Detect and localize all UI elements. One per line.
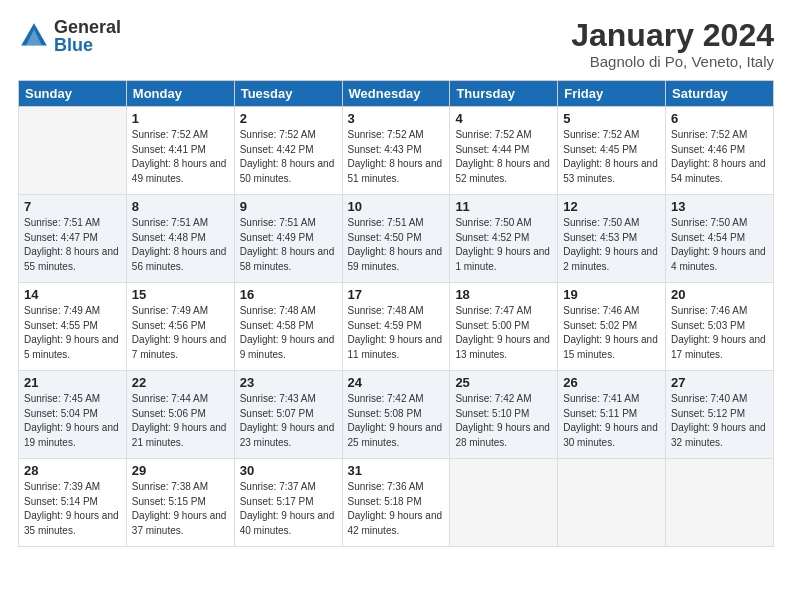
day-number: 18	[455, 287, 552, 302]
table-row: 10 Sunrise: 7:51 AMSunset: 4:50 PMDaylig…	[342, 195, 450, 283]
col-thursday: Thursday	[450, 81, 558, 107]
table-row: 2 Sunrise: 7:52 AMSunset: 4:42 PMDayligh…	[234, 107, 342, 195]
table-row: 7 Sunrise: 7:51 AMSunset: 4:47 PMDayligh…	[19, 195, 127, 283]
col-monday: Monday	[126, 81, 234, 107]
table-row: 27 Sunrise: 7:40 AMSunset: 5:12 PMDaylig…	[666, 371, 774, 459]
day-info: Sunrise: 7:52 AMSunset: 4:41 PMDaylight:…	[132, 129, 227, 184]
day-info: Sunrise: 7:50 AMSunset: 4:53 PMDaylight:…	[563, 217, 658, 272]
table-row: 14 Sunrise: 7:49 AMSunset: 4:55 PMDaylig…	[19, 283, 127, 371]
day-number: 11	[455, 199, 552, 214]
col-friday: Friday	[558, 81, 666, 107]
header: General Blue January 2024 Bagnolo di Po,…	[18, 18, 774, 70]
table-row: 17 Sunrise: 7:48 AMSunset: 4:59 PMDaylig…	[342, 283, 450, 371]
day-info: Sunrise: 7:52 AMSunset: 4:44 PMDaylight:…	[455, 129, 550, 184]
col-sunday: Sunday	[19, 81, 127, 107]
table-row: 1 Sunrise: 7:52 AMSunset: 4:41 PMDayligh…	[126, 107, 234, 195]
day-info: Sunrise: 7:50 AMSunset: 4:52 PMDaylight:…	[455, 217, 550, 272]
table-row: 15 Sunrise: 7:49 AMSunset: 4:56 PMDaylig…	[126, 283, 234, 371]
day-info: Sunrise: 7:52 AMSunset: 4:43 PMDaylight:…	[348, 129, 443, 184]
table-row: 31 Sunrise: 7:36 AMSunset: 5:18 PMDaylig…	[342, 459, 450, 547]
table-row: 8 Sunrise: 7:51 AMSunset: 4:48 PMDayligh…	[126, 195, 234, 283]
table-row: 9 Sunrise: 7:51 AMSunset: 4:49 PMDayligh…	[234, 195, 342, 283]
col-saturday: Saturday	[666, 81, 774, 107]
logo-blue: Blue	[54, 36, 121, 54]
day-info: Sunrise: 7:48 AMSunset: 4:59 PMDaylight:…	[348, 305, 443, 360]
location-title: Bagnolo di Po, Veneto, Italy	[571, 53, 774, 70]
day-number: 8	[132, 199, 229, 214]
table-row: 19 Sunrise: 7:46 AMSunset: 5:02 PMDaylig…	[558, 283, 666, 371]
day-info: Sunrise: 7:46 AMSunset: 5:02 PMDaylight:…	[563, 305, 658, 360]
table-row: 23 Sunrise: 7:43 AMSunset: 5:07 PMDaylig…	[234, 371, 342, 459]
day-number: 27	[671, 375, 768, 390]
logo-text: General Blue	[54, 18, 121, 54]
title-block: January 2024 Bagnolo di Po, Veneto, Ital…	[571, 18, 774, 70]
table-row: 22 Sunrise: 7:44 AMSunset: 5:06 PMDaylig…	[126, 371, 234, 459]
day-info: Sunrise: 7:43 AMSunset: 5:07 PMDaylight:…	[240, 393, 335, 448]
logo: General Blue	[18, 18, 121, 54]
day-info: Sunrise: 7:38 AMSunset: 5:15 PMDaylight:…	[132, 481, 227, 536]
calendar-week-row: 21 Sunrise: 7:45 AMSunset: 5:04 PMDaylig…	[19, 371, 774, 459]
day-number: 14	[24, 287, 121, 302]
day-info: Sunrise: 7:48 AMSunset: 4:58 PMDaylight:…	[240, 305, 335, 360]
table-row: 13 Sunrise: 7:50 AMSunset: 4:54 PMDaylig…	[666, 195, 774, 283]
page: General Blue January 2024 Bagnolo di Po,…	[0, 0, 792, 612]
day-info: Sunrise: 7:42 AMSunset: 5:08 PMDaylight:…	[348, 393, 443, 448]
day-info: Sunrise: 7:37 AMSunset: 5:17 PMDaylight:…	[240, 481, 335, 536]
day-number: 3	[348, 111, 445, 126]
table-row: 5 Sunrise: 7:52 AMSunset: 4:45 PMDayligh…	[558, 107, 666, 195]
day-number: 12	[563, 199, 660, 214]
table-row: 12 Sunrise: 7:50 AMSunset: 4:53 PMDaylig…	[558, 195, 666, 283]
table-row	[450, 459, 558, 547]
month-title: January 2024	[571, 18, 774, 53]
day-number: 4	[455, 111, 552, 126]
calendar-week-row: 1 Sunrise: 7:52 AMSunset: 4:41 PMDayligh…	[19, 107, 774, 195]
table-row: 29 Sunrise: 7:38 AMSunset: 5:15 PMDaylig…	[126, 459, 234, 547]
table-row: 21 Sunrise: 7:45 AMSunset: 5:04 PMDaylig…	[19, 371, 127, 459]
day-info: Sunrise: 7:49 AMSunset: 4:55 PMDaylight:…	[24, 305, 119, 360]
day-number: 5	[563, 111, 660, 126]
day-number: 13	[671, 199, 768, 214]
table-row: 20 Sunrise: 7:46 AMSunset: 5:03 PMDaylig…	[666, 283, 774, 371]
table-row: 16 Sunrise: 7:48 AMSunset: 4:58 PMDaylig…	[234, 283, 342, 371]
day-number: 26	[563, 375, 660, 390]
day-info: Sunrise: 7:49 AMSunset: 4:56 PMDaylight:…	[132, 305, 227, 360]
day-info: Sunrise: 7:50 AMSunset: 4:54 PMDaylight:…	[671, 217, 766, 272]
logo-icon	[18, 20, 50, 52]
table-row: 30 Sunrise: 7:37 AMSunset: 5:17 PMDaylig…	[234, 459, 342, 547]
table-row: 18 Sunrise: 7:47 AMSunset: 5:00 PMDaylig…	[450, 283, 558, 371]
day-number: 9	[240, 199, 337, 214]
day-number: 1	[132, 111, 229, 126]
table-row	[19, 107, 127, 195]
day-number: 29	[132, 463, 229, 478]
day-number: 31	[348, 463, 445, 478]
day-info: Sunrise: 7:40 AMSunset: 5:12 PMDaylight:…	[671, 393, 766, 448]
day-info: Sunrise: 7:36 AMSunset: 5:18 PMDaylight:…	[348, 481, 443, 536]
day-number: 20	[671, 287, 768, 302]
table-row: 4 Sunrise: 7:52 AMSunset: 4:44 PMDayligh…	[450, 107, 558, 195]
calendar-week-row: 14 Sunrise: 7:49 AMSunset: 4:55 PMDaylig…	[19, 283, 774, 371]
day-info: Sunrise: 7:52 AMSunset: 4:42 PMDaylight:…	[240, 129, 335, 184]
table-row: 6 Sunrise: 7:52 AMSunset: 4:46 PMDayligh…	[666, 107, 774, 195]
calendar-header-row: Sunday Monday Tuesday Wednesday Thursday…	[19, 81, 774, 107]
day-number: 15	[132, 287, 229, 302]
table-row: 26 Sunrise: 7:41 AMSunset: 5:11 PMDaylig…	[558, 371, 666, 459]
calendar-table: Sunday Monday Tuesday Wednesday Thursday…	[18, 80, 774, 547]
day-number: 6	[671, 111, 768, 126]
day-number: 24	[348, 375, 445, 390]
calendar-week-row: 7 Sunrise: 7:51 AMSunset: 4:47 PMDayligh…	[19, 195, 774, 283]
day-number: 2	[240, 111, 337, 126]
day-number: 17	[348, 287, 445, 302]
day-info: Sunrise: 7:51 AMSunset: 4:50 PMDaylight:…	[348, 217, 443, 272]
day-number: 16	[240, 287, 337, 302]
day-info: Sunrise: 7:51 AMSunset: 4:47 PMDaylight:…	[24, 217, 119, 272]
day-info: Sunrise: 7:51 AMSunset: 4:49 PMDaylight:…	[240, 217, 335, 272]
table-row: 3 Sunrise: 7:52 AMSunset: 4:43 PMDayligh…	[342, 107, 450, 195]
day-info: Sunrise: 7:52 AMSunset: 4:45 PMDaylight:…	[563, 129, 658, 184]
day-number: 28	[24, 463, 121, 478]
day-number: 30	[240, 463, 337, 478]
table-row	[558, 459, 666, 547]
table-row: 25 Sunrise: 7:42 AMSunset: 5:10 PMDaylig…	[450, 371, 558, 459]
day-info: Sunrise: 7:51 AMSunset: 4:48 PMDaylight:…	[132, 217, 227, 272]
day-number: 25	[455, 375, 552, 390]
day-info: Sunrise: 7:42 AMSunset: 5:10 PMDaylight:…	[455, 393, 550, 448]
